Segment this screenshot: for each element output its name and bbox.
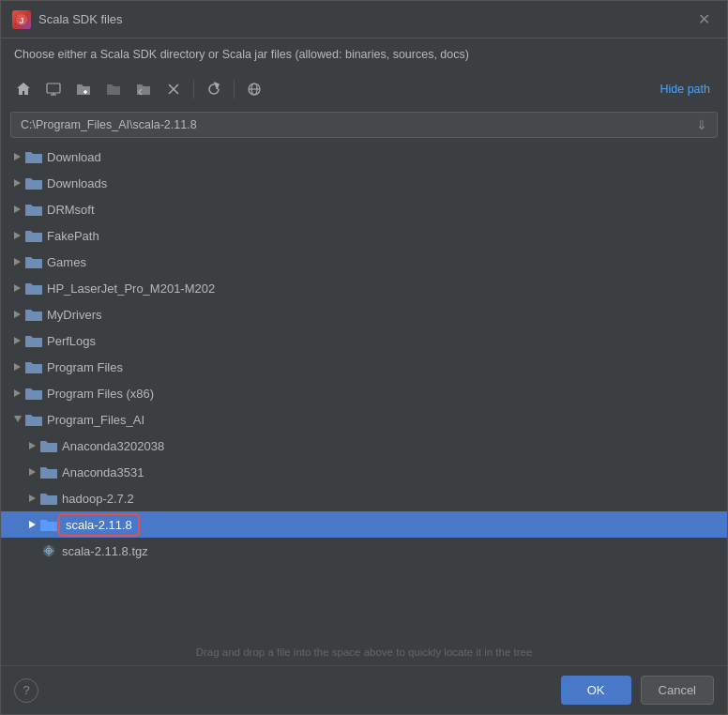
tree-arrow-scala-tgz <box>25 543 40 558</box>
tree-label-scala: scala-2.11.8 <box>62 517 136 533</box>
file-tree[interactable]: Download Downloads DRMsoft FakePath Game… <box>1 144 727 639</box>
cancel-button[interactable]: Cancel <box>641 676 714 705</box>
tree-label-downloads: Downloads <box>47 176 107 190</box>
hide-path-button[interactable]: Hide path <box>652 80 718 99</box>
tree-label-hadoop: hadoop-2.7.2 <box>62 492 134 506</box>
tree-item-perflogs[interactable]: PerfLogs <box>1 327 727 354</box>
tree-item-anaconda2020[interactable]: Anaconda3202038 <box>1 433 727 459</box>
tree-arrow-program-files <box>10 359 25 374</box>
svg-marker-20 <box>14 337 21 344</box>
path-text: C:\Program_Files_AI\scala-2.11.8 <box>21 118 197 131</box>
folder-icon-games <box>25 255 42 268</box>
svg-marker-27 <box>29 521 36 528</box>
refresh-button[interactable] <box>201 76 227 102</box>
tree-item-program-files-x86[interactable]: Program Files (x86) <box>1 380 727 406</box>
home-button[interactable] <box>10 76 37 102</box>
tree-item-scala-tgz[interactable]: scala-2.11.8.tgz <box>1 538 727 564</box>
tree-label-mydrivers: MyDrivers <box>47 308 102 322</box>
tree-arrow-drmsoft <box>10 202 25 217</box>
tree-label-perflogs: PerfLogs <box>47 334 96 348</box>
dialog-title: Scala SDK files <box>38 12 123 26</box>
svg-point-32 <box>48 550 51 553</box>
path-download-icon[interactable]: ⇓ <box>696 117 707 132</box>
tree-arrow-hp <box>10 281 25 296</box>
ok-button[interactable]: OK <box>561 676 631 705</box>
tree-item-drmsoft[interactable]: DRMsoft <box>1 196 727 222</box>
up-folder-button[interactable] <box>100 76 127 102</box>
folder-icon-download <box>25 150 42 163</box>
tree-item-anaconda3531[interactable]: Anaconda3531 <box>1 459 727 485</box>
tree-label-anaconda2020: Anaconda3202038 <box>62 439 164 453</box>
folder-icon-program-files <box>25 360 42 373</box>
path-bar: C:\Program_Files_AI\scala-2.11.8 ⇓ <box>10 112 718 138</box>
folder-icon-downloads <box>25 176 42 190</box>
tree-item-fakepath[interactable]: FakePath <box>1 222 727 249</box>
svg-marker-17 <box>14 258 21 266</box>
svg-marker-26 <box>29 494 36 502</box>
tree-item-scala[interactable]: scala-2.11.8 <box>1 511 727 538</box>
app-icon: J <box>12 10 31 29</box>
svg-marker-22 <box>14 389 21 397</box>
folder-icon-program-files-ai <box>25 413 42 426</box>
tree-label-anaconda3531: Anaconda3531 <box>62 465 144 479</box>
tree-label-download: Download <box>47 150 101 164</box>
tree-label-games: Games <box>47 255 86 269</box>
svg-marker-19 <box>14 311 21 318</box>
folder-icon-perflogs <box>25 334 42 347</box>
tree-arrow-program-files-ai <box>10 412 25 427</box>
tree-label-program-files-x86: Program Files (x86) <box>47 387 154 401</box>
folder-icon-drmsoft <box>25 203 42 216</box>
svg-marker-14 <box>14 179 21 187</box>
tree-arrow-anaconda2020 <box>25 438 40 453</box>
folder-icon-fakepath <box>25 229 42 242</box>
svg-rect-2 <box>47 84 60 93</box>
title-bar: J Scala SDK files ✕ <box>1 1 727 38</box>
svg-marker-25 <box>29 468 36 476</box>
tree-label-scala-tgz: scala-2.11.8.tgz <box>62 544 148 558</box>
subtitle: Choose either a Scala SDK directory or S… <box>1 38 727 70</box>
help-button[interactable]: ? <box>14 678 38 703</box>
folder-icon-anaconda2020 <box>40 439 57 452</box>
svg-marker-24 <box>29 442 36 449</box>
new-folder-button[interactable] <box>70 76 97 102</box>
desktop-button[interactable] <box>40 76 67 102</box>
tree-arrow-games <box>10 254 25 269</box>
svg-marker-23 <box>14 416 22 422</box>
tree-item-games[interactable]: Games <box>1 249 727 275</box>
folder-icon-program-files-x86 <box>25 387 42 400</box>
separator-1 <box>193 80 194 99</box>
svg-marker-21 <box>14 363 21 371</box>
bottom-bar: ? OK Cancel <box>1 665 727 714</box>
tree-item-hadoop[interactable]: hadoop-2.7.2 <box>1 485 727 511</box>
tree-arrow-fakepath <box>10 228 25 243</box>
new-folder2-button[interactable] <box>130 76 157 102</box>
svg-text:J: J <box>19 16 23 25</box>
delete-button[interactable] <box>160 76 187 102</box>
tree-item-mydrivers[interactable]: MyDrivers <box>1 301 727 327</box>
tree-arrow-hadoop <box>25 491 40 506</box>
tree-item-program-files-ai[interactable]: Program_Files_AI <box>1 406 727 433</box>
tree-item-program-files[interactable]: Program Files <box>1 354 727 380</box>
tree-arrow-downloads <box>10 175 25 190</box>
goto-button[interactable] <box>241 76 267 102</box>
title-bar-left: J Scala SDK files <box>12 10 123 29</box>
drag-hint: Drag and drop a file into the space abov… <box>1 639 727 665</box>
tree-item-download[interactable]: Download <box>1 144 727 170</box>
folder-icon-scala <box>40 518 57 531</box>
tree-label-fakepath: FakePath <box>47 229 99 243</box>
tree-arrow-download <box>10 149 25 164</box>
tree-arrow-perflogs <box>10 333 25 348</box>
separator-2 <box>234 80 235 99</box>
close-button[interactable]: ✕ <box>692 8 716 30</box>
tree-arrow-program-files-x86 <box>10 386 25 401</box>
tree-item-downloads[interactable]: Downloads <box>1 170 727 196</box>
tree-label-hp: HP_LaserJet_Pro_M201-M202 <box>47 281 215 296</box>
tree-label-program-files: Program Files <box>47 360 123 374</box>
folder-icon-hp <box>25 281 42 295</box>
tree-item-hp[interactable]: HP_LaserJet_Pro_M201-M202 <box>1 275 727 301</box>
svg-marker-18 <box>14 284 21 292</box>
folder-icon-anaconda3531 <box>40 465 57 479</box>
folder-icon-mydrivers <box>25 308 42 321</box>
svg-marker-13 <box>14 153 21 160</box>
svg-marker-15 <box>14 205 21 213</box>
